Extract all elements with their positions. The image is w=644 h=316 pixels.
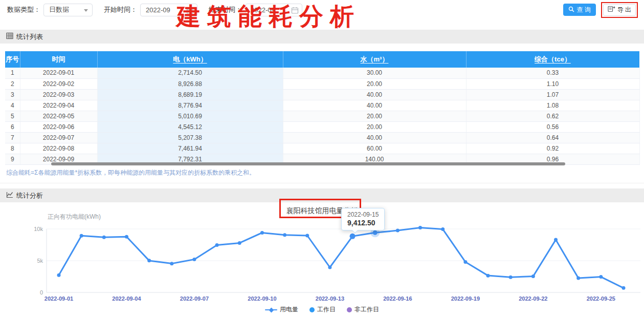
table-cell: 20.00 <box>283 78 466 89</box>
query-button-label: 查 询 <box>576 6 590 14</box>
table-icon <box>6 32 13 41</box>
section-divider <box>0 183 644 183</box>
end-time-input[interactable]: 2022-09 <box>245 4 302 16</box>
horizontal-scrollbar[interactable] <box>51 162 565 165</box>
table-cell: 9 <box>5 154 20 164</box>
energy-formula-note: 综合能耗=Σ各能源用能量*折标系数，即每种能源的用能量与其对应的折标系数的乘积之… <box>6 168 255 177</box>
start-time-label: 开始时间： <box>104 5 137 14</box>
column-header: 序号 <box>5 51 20 68</box>
data-type-select[interactable]: 日数据 <box>43 4 93 16</box>
table-cell: 40.00 <box>283 132 466 143</box>
export-icon <box>608 6 615 14</box>
energy-analysis-page: 数据类型： 日数据 开始时间： 2022-09 结束时间： 2022-09 <box>0 0 644 316</box>
legend-circle-marker-icon <box>309 307 315 312</box>
table-cell: 2022-09-05 <box>20 111 97 121</box>
table-cell: 20.00 <box>283 111 466 121</box>
table-cell: 40.00 <box>283 100 466 111</box>
table-cell: 2022-09-07 <box>20 132 97 143</box>
start-time-value: 2022-09 <box>146 6 170 14</box>
svg-text:2022-09-16: 2022-09-16 <box>383 296 412 302</box>
calendar-icon[interactable] <box>291 7 299 16</box>
tooltip-value: 9,412.50 <box>347 219 379 227</box>
tooltip-date: 2022-09-15 <box>347 211 379 218</box>
export-button[interactable]: 导 出 <box>603 4 636 16</box>
legend-circle-marker-icon <box>347 307 352 312</box>
filter-toolbar: 数据类型： 日数据 开始时间： 2022-09 结束时间： 2022-09 <box>0 0 644 17</box>
table-cell: 0.56 <box>466 121 639 132</box>
table-cell: 8 <box>5 143 20 154</box>
column-header[interactable]: 电（kWh） <box>97 51 283 68</box>
legend-item-用电量[interactable]: 用电量 <box>265 305 298 314</box>
table-cell: 3 <box>5 89 20 100</box>
stats-analysis-section-header: 统计分析 <box>0 188 644 202</box>
svg-text:2022-09-04: 2022-09-04 <box>112 296 141 302</box>
chart-tooltip: 2022-09-15 9,412.50 <box>341 208 385 230</box>
end-time-value: 2022-09 <box>251 6 275 14</box>
legend-label: 工作日 <box>317 305 336 314</box>
table-cell: 2 <box>5 78 20 89</box>
column-header[interactable]: 水（m³） <box>283 51 466 68</box>
table-cell: 40.00 <box>283 89 466 100</box>
table-cell: 7,461.94 <box>97 143 283 154</box>
stats-analysis-section-title: 统计分析 <box>16 191 43 200</box>
column-header[interactable]: 综合（tce） <box>466 51 639 68</box>
table-cell: 2022-09-01 <box>20 68 97 78</box>
svg-text:2022-09-19: 2022-09-19 <box>451 296 480 302</box>
table-row[interactable]: 22022-09-028,926.8820.001.10 <box>5 78 639 89</box>
electricity-chart: 襄阳科技馆用电量分析 05k10k正向有功电能(kWh)2022-09-0120… <box>0 202 644 316</box>
line-chart-svg[interactable]: 05k10k正向有功电能(kWh)2022-09-012022-09-04202… <box>0 202 644 316</box>
table-row[interactable]: 82022-09-087,461.9460.000.92 <box>5 143 639 154</box>
table-cell: 1 <box>5 68 20 78</box>
chart-title: 襄阳科技馆用电量分析 <box>0 206 644 216</box>
table-cell: 0.33 <box>466 68 639 78</box>
table-cell: 6 <box>5 121 20 132</box>
table-row[interactable]: 62022-09-064,545.1220.000.56 <box>5 121 639 132</box>
table-cell: 2,714.50 <box>97 68 283 78</box>
table-cell: 0.64 <box>466 132 639 143</box>
column-header: 时间 <box>20 51 97 68</box>
table-cell: 8,689.19 <box>97 89 283 100</box>
svg-text:2022-09-13: 2022-09-13 <box>316 296 344 302</box>
table-row[interactable]: 32022-09-038,689.1940.001.07 <box>5 89 639 100</box>
calendar-icon[interactable] <box>186 7 194 16</box>
line-chart-icon <box>6 191 13 200</box>
stats-table-body: 12022-09-012,714.5030.000.3322022-09-028… <box>5 68 639 164</box>
data-type-label: 数据类型： <box>7 5 40 14</box>
table-cell: 2022-09-08 <box>20 143 97 154</box>
end-time-label: 结束时间： <box>209 5 242 14</box>
table-cell: 2022-09-06 <box>20 121 97 132</box>
data-type-value: 日数据 <box>49 5 69 14</box>
svg-text:2022-09-01: 2022-09-01 <box>45 296 73 302</box>
table-row[interactable]: 12022-09-012,714.5030.000.33 <box>5 68 639 78</box>
svg-text:10k: 10k <box>34 226 43 232</box>
stats-table: 序号时间电（kWh）水（m³）综合（tce） 12022-09-012,714.… <box>5 51 640 165</box>
table-cell: 30.00 <box>283 68 466 78</box>
legend-item-非工作日[interactable]: 非工作日 <box>347 305 379 314</box>
start-time-group: 开始时间： 2022-09 <box>104 4 197 16</box>
table-cell: 1.07 <box>466 89 639 100</box>
legend-label: 用电量 <box>280 305 298 314</box>
svg-text:2022-09-25: 2022-09-25 <box>587 296 615 302</box>
legend-label: 非工作日 <box>354 305 379 314</box>
svg-text:2022-09-10: 2022-09-10 <box>248 296 276 302</box>
legend-item-工作日[interactable]: 工作日 <box>309 305 336 314</box>
table-cell: 2022-09-02 <box>20 78 97 89</box>
table-cell: 20.00 <box>283 121 466 132</box>
table-cell: 8,776.94 <box>97 100 283 111</box>
stats-list-section-header: 统计列表 <box>0 30 644 44</box>
query-button[interactable]: 查 询 <box>563 4 595 16</box>
table-cell: 4 <box>5 100 20 111</box>
table-row[interactable]: 42022-09-048,776.9440.001.08 <box>5 100 639 111</box>
stats-table-header-row: 序号时间电（kWh）水（m³）综合（tce） <box>5 51 639 68</box>
chevron-down-icon <box>84 9 88 12</box>
table-row[interactable]: 52022-09-055,010.6920.000.62 <box>5 111 639 121</box>
table-cell: 8,926.88 <box>97 78 283 89</box>
table-cell: 0.62 <box>466 111 639 121</box>
table-cell: 7 <box>5 132 20 143</box>
table-cell: 2022-09-04 <box>20 100 97 111</box>
end-time-group: 结束时间： 2022-09 <box>209 4 302 16</box>
table-cell: 60.00 <box>283 143 466 154</box>
table-row[interactable]: 72022-09-075,207.3840.000.64 <box>5 132 639 143</box>
start-time-input[interactable]: 2022-09 <box>140 4 197 16</box>
legend-line-marker-icon <box>265 307 277 312</box>
